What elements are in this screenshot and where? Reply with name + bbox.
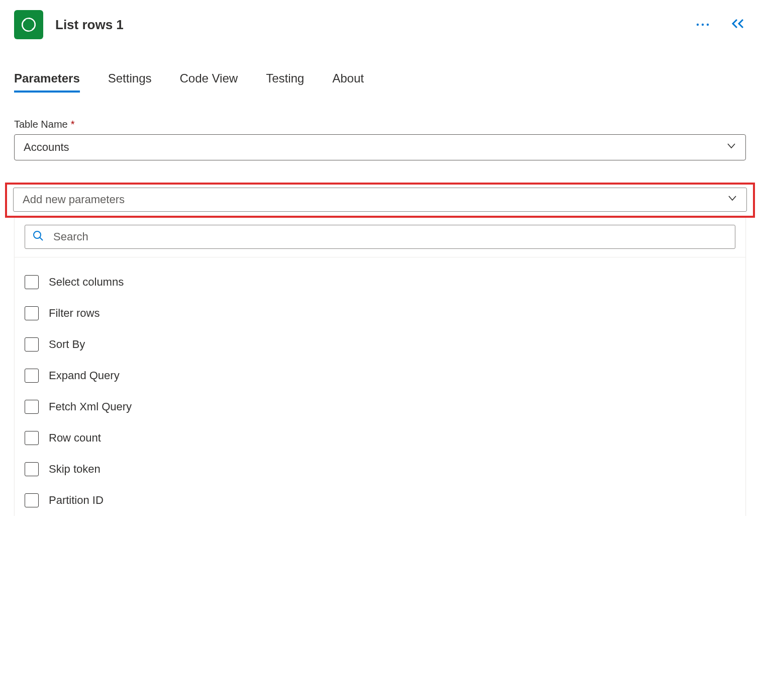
option-label: Skip token bbox=[49, 463, 101, 476]
parameters-dropdown-panel: Select columns Filter rows Sort By Expan… bbox=[14, 218, 746, 516]
option-partition-id[interactable]: Partition ID bbox=[25, 485, 735, 516]
option-label: Partition ID bbox=[49, 494, 104, 507]
option-label: Filter rows bbox=[49, 307, 100, 320]
tab-settings[interactable]: Settings bbox=[108, 71, 152, 93]
svg-point-3 bbox=[707, 24, 709, 26]
header-right bbox=[696, 18, 746, 31]
search-wrap bbox=[15, 218, 745, 257]
required-indicator: * bbox=[71, 119, 75, 130]
add-parameters-placeholder: Add new parameters bbox=[23, 193, 125, 206]
table-name-value: Accounts bbox=[24, 141, 69, 154]
checkbox[interactable] bbox=[25, 431, 39, 445]
connector-icon bbox=[14, 10, 43, 39]
option-label: Expand Query bbox=[49, 369, 120, 382]
search-icon bbox=[32, 230, 44, 244]
more-icon[interactable] bbox=[696, 20, 710, 29]
search-box[interactable] bbox=[25, 225, 735, 249]
tab-code-view[interactable]: Code View bbox=[179, 71, 238, 93]
option-label: Row count bbox=[49, 431, 101, 445]
parameters-form: Table Name * Accounts Add new parameters bbox=[0, 93, 760, 218]
option-sort-by[interactable]: Sort By bbox=[25, 329, 735, 360]
svg-line-5 bbox=[40, 237, 43, 240]
checkbox[interactable] bbox=[25, 306, 39, 320]
svg-point-4 bbox=[34, 231, 41, 238]
svg-point-1 bbox=[697, 24, 699, 26]
header-left: List rows 1 bbox=[14, 10, 124, 39]
label-text: Table Name bbox=[14, 119, 68, 130]
checkbox[interactable] bbox=[25, 462, 39, 476]
checkbox[interactable] bbox=[25, 493, 39, 507]
option-expand-query[interactable]: Expand Query bbox=[25, 360, 735, 391]
option-row-count[interactable]: Row count bbox=[25, 422, 735, 454]
option-filter-rows[interactable]: Filter rows bbox=[25, 298, 735, 329]
option-select-columns[interactable]: Select columns bbox=[25, 267, 735, 298]
table-name-label: Table Name * bbox=[14, 119, 746, 130]
add-parameters-dropdown[interactable]: Add new parameters bbox=[13, 188, 747, 212]
parameter-options-list: Select columns Filter rows Sort By Expan… bbox=[15, 257, 745, 516]
svg-point-2 bbox=[702, 24, 704, 26]
tab-testing[interactable]: Testing bbox=[266, 71, 304, 93]
checkbox[interactable] bbox=[25, 337, 39, 352]
option-fetch-xml-query[interactable]: Fetch Xml Query bbox=[25, 391, 735, 422]
action-title: List rows 1 bbox=[55, 17, 124, 33]
tabs: Parameters Settings Code View Testing Ab… bbox=[0, 71, 760, 93]
tab-parameters[interactable]: Parameters bbox=[14, 71, 80, 93]
checkbox[interactable] bbox=[25, 369, 39, 383]
checkbox[interactable] bbox=[25, 400, 39, 414]
option-label: Sort By bbox=[49, 338, 85, 351]
chevron-down-icon bbox=[726, 141, 736, 154]
option-skip-token[interactable]: Skip token bbox=[25, 454, 735, 485]
add-parameters-highlight: Add new parameters bbox=[5, 183, 755, 218]
table-name-select[interactable]: Accounts bbox=[14, 134, 746, 160]
search-input[interactable] bbox=[53, 228, 728, 245]
checkbox[interactable] bbox=[25, 275, 39, 289]
collapse-icon[interactable] bbox=[730, 18, 746, 31]
tab-about[interactable]: About bbox=[332, 71, 364, 93]
chevron-down-icon bbox=[727, 193, 737, 206]
option-label: Fetch Xml Query bbox=[49, 400, 132, 413]
panel-header: List rows 1 bbox=[0, 0, 760, 39]
option-label: Select columns bbox=[49, 276, 124, 289]
